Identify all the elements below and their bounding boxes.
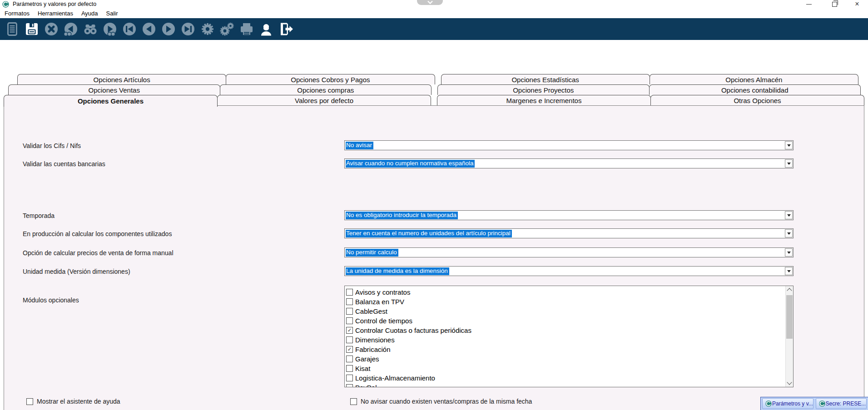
module-checkbox-dimensiones[interactable] <box>346 336 353 343</box>
restore-icon <box>832 2 837 7</box>
support-icon[interactable] <box>258 20 274 37</box>
menu-item-herramientas[interactable]: Herramientas <box>34 10 77 17</box>
combo-temporada[interactable]: No es obligatorio introducir la temporad… <box>344 210 794 220</box>
module-label: Avisos y contratos <box>355 288 410 296</box>
combo-value: La unidad de medida es la dimensión <box>346 267 449 275</box>
options-panel: Validar los Cifs / NifsNo avisarValidar … <box>4 105 864 410</box>
combo-validar-las-cuentas-bancarias[interactable]: Avisar cuando no cumplen normativa españ… <box>344 158 794 168</box>
dropdown-arrow-icon[interactable] <box>785 159 793 168</box>
tab-valores-por-defecto[interactable]: Valores por defecto <box>217 95 431 105</box>
footer-option-no-avisar-cuando-existen-ventas-compras-de-la-misma-fecha: No avisar cuando existen ventas/compras … <box>350 398 532 405</box>
module-checkbox-garajes[interactable] <box>346 356 353 362</box>
scrollbar-thumb[interactable] <box>786 295 793 339</box>
label-opcion-de-calcular-precios-de-venta-de-forma-manual: Opción de calcular precios de venta de f… <box>23 249 174 257</box>
module-checkbox-avisos-y-contratos[interactable] <box>346 289 353 296</box>
module-label: Controlar Cuotas o facturas periódicas <box>355 326 471 334</box>
module-item-controlar-cuotas-o-facturas-periodicas[interactable]: ✓Controlar Cuotas o facturas periódicas <box>345 326 793 335</box>
module-checkbox-logistica-almacenamiento[interactable] <box>346 375 353 381</box>
taskbar-button-parametros-y-v[interactable]: Parámetros y v... <box>762 398 813 409</box>
tab-row-1: Opciones ArtículosOpciones Cobros y Pago… <box>17 74 858 84</box>
taskbar-button-secre-prese[interactable]: Secre: PRESE... <box>816 398 867 409</box>
last-record-icon[interactable] <box>179 20 196 37</box>
minimize-button[interactable] <box>802 0 816 8</box>
app-logo-icon <box>764 400 770 407</box>
checkbox-label: No avisar cuando existen ventas/compras … <box>361 398 532 405</box>
settings-gears-icon[interactable] <box>218 20 235 37</box>
menu-item-ayuda[interactable]: Ayuda <box>77 10 102 17</box>
module-item-paypal[interactable]: PayPal <box>345 383 793 387</box>
dropdown-arrow-icon[interactable] <box>785 229 793 237</box>
first-record-icon[interactable] <box>121 20 138 37</box>
label-modulos-opcionales: Módulos opcionales <box>23 296 79 304</box>
combo-validar-los-cifs-nifs[interactable]: No avisar <box>344 140 794 150</box>
combo-unidad-medida-version-dimensiones[interactable]: La unidad de medida es la dimensión <box>344 266 794 276</box>
module-item-dimensiones[interactable]: Dimensiones <box>345 335 793 345</box>
tab-margenes-e-incrementos[interactable]: Margenes e Incrementos <box>437 95 651 105</box>
module-label: Logistica-Almacenamiento <box>355 374 435 382</box>
module-item-garajes[interactable]: Garajes <box>345 354 793 364</box>
settings-gear-icon[interactable] <box>199 20 216 37</box>
module-checkbox-cablegest[interactable] <box>346 308 353 315</box>
checkbox-label: Mostrar el asistente de ayuda <box>37 398 120 405</box>
screen-share-handle[interactable] <box>417 0 443 5</box>
listbox-scrollbar[interactable] <box>785 286 793 387</box>
module-checkbox-balanza-en-tpv[interactable] <box>346 298 353 305</box>
label-temporada: Temporada <box>23 212 55 219</box>
dropdown-arrow-icon[interactable] <box>785 141 793 149</box>
close-button[interactable]: × <box>850 0 864 8</box>
module-label: Control de tiempos <box>355 317 412 325</box>
restore-button[interactable] <box>828 0 841 8</box>
menu-item-salir[interactable]: Salir <box>102 10 122 17</box>
module-label: Fabricación <box>355 346 391 353</box>
modules-listbox[interactable]: Avisos y contratosBalanza en TPVCableGes… <box>344 286 794 387</box>
delete-icon[interactable] <box>43 20 60 37</box>
label-validar-las-cuentas-bancarias: Validar las cuentas bancarias <box>23 160 105 168</box>
combo-opcion-de-calcular-precios-de-venta-de-forma-manual[interactable]: No permitir calculo <box>344 247 794 257</box>
module-checkbox-paypal[interactable] <box>346 384 353 387</box>
module-item-logistica-almacenamiento[interactable]: Logistica-Almacenamiento <box>345 373 793 383</box>
module-item-control-de-tiempos[interactable]: Control de tiempos <box>345 316 793 326</box>
tab-opciones-cobros-y-pagos[interactable]: Opciones Cobros y Pagos <box>226 74 435 84</box>
combo-en-produccion-al-calcular-los-componentes-utilizados[interactable]: Tener en cuenta el numero de unidades de… <box>344 228 794 238</box>
tab-opciones-articulos[interactable]: Opciones Artículos <box>17 74 226 84</box>
scroll-up-icon[interactable] <box>786 286 793 293</box>
tab-opciones-proyectos[interactable]: Opciones Proyectos <box>437 84 650 95</box>
module-checkbox-controlar-cuotas-o-facturas-periodicas[interactable]: ✓ <box>346 327 353 334</box>
module-checkbox-kisat[interactable] <box>346 365 353 372</box>
tab-opciones-contabilidad[interactable]: Opciones contabilidad <box>649 84 861 95</box>
app-logo-icon <box>818 400 824 407</box>
tab-opciones-compras[interactable]: Opciones compras <box>220 84 432 95</box>
search-icon[interactable] <box>82 20 99 37</box>
company-name: PRESENTACION APLIMEDIA, S <box>318 43 397 49</box>
checkbox-no-avisar-cuando-existen-ventas-compras-de-la-misma-fecha[interactable] <box>350 398 357 405</box>
checkbox-mostrar-el-asistente-de-ayuda[interactable] <box>26 398 33 405</box>
scroll-down-icon[interactable] <box>786 380 793 387</box>
module-item-balanza-en-tpv[interactable]: Balanza en TPV <box>345 297 793 306</box>
tab-opciones-generales[interactable]: Opciones Generales <box>4 95 218 107</box>
module-label: Kisat <box>355 365 370 372</box>
print-icon[interactable] <box>238 20 255 37</box>
module-item-avisos-y-contratos[interactable]: Avisos y contratos <box>345 287 793 297</box>
module-checkbox-fabricacion[interactable]: ✓ <box>346 346 353 353</box>
tab-opciones-almacen[interactable]: Opciones Almacén <box>650 74 858 84</box>
taskbar-button-label: Secre: PRESE... <box>826 400 866 407</box>
search-previous-icon[interactable] <box>62 20 79 37</box>
dropdown-arrow-icon[interactable] <box>785 211 793 219</box>
save-icon[interactable] <box>23 20 40 37</box>
tab-otras-opciones[interactable]: Otras Opciones <box>650 95 864 105</box>
module-checkbox-control-de-tiempos[interactable] <box>346 317 353 324</box>
exit-icon[interactable] <box>277 20 294 37</box>
search-next-icon[interactable] <box>101 20 118 37</box>
next-record-icon[interactable] <box>160 20 177 37</box>
module-item-kisat[interactable]: Kisat <box>345 364 793 373</box>
menu-item-formatos[interactable]: Formatos <box>0 10 34 17</box>
module-item-fabricacion[interactable]: ✓Fabricación <box>345 345 793 354</box>
dropdown-arrow-icon[interactable] <box>785 248 793 257</box>
new-document-icon[interactable] <box>4 20 20 37</box>
module-item-cablegest[interactable]: CableGest <box>345 306 793 316</box>
tab-opciones-ventas[interactable]: Opciones Ventas <box>8 84 220 95</box>
tab-opciones-estadisticas[interactable]: Opciones Estadísticas <box>441 74 650 84</box>
dropdown-arrow-icon[interactable] <box>785 267 793 275</box>
app-logo-icon <box>2 1 9 8</box>
previous-record-icon[interactable] <box>140 20 157 37</box>
